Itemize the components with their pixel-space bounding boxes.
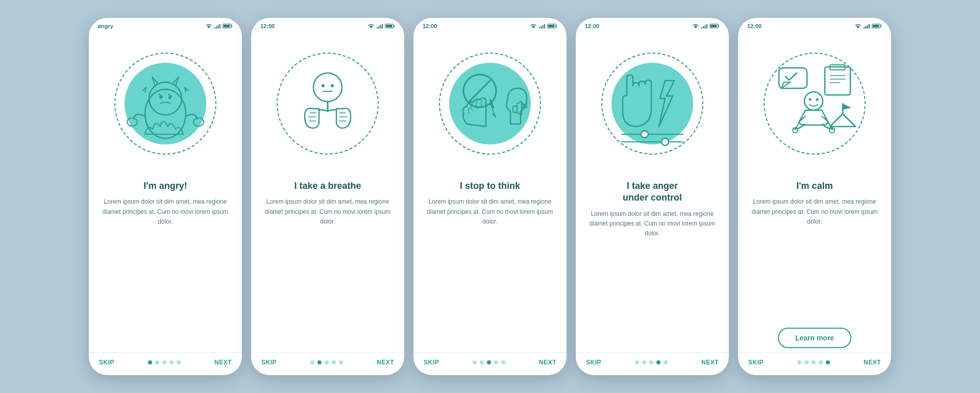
svg-rect-34: [544, 24, 545, 29]
screen-angry: angry: [89, 18, 242, 375]
screen-body-1: Lorem ipsum dolor sit dim amet, mea regi…: [101, 197, 230, 352]
wifi-icon-4: [692, 23, 699, 29]
bottom-nav-5: SKIP NEXT: [738, 352, 891, 375]
illustration-area-3: [413, 32, 567, 175]
svg-rect-31: [539, 27, 540, 29]
control-illustration: [599, 53, 706, 155]
svg-rect-19: [386, 25, 393, 28]
content-area-5: I'm calm Lorem ipsum dolor sit dim amet,…: [738, 175, 891, 352]
screen-title-5: I'm calm: [750, 180, 879, 192]
svg-point-11: [168, 96, 172, 99]
dot-5-4: [819, 360, 823, 364]
next-label-2[interactable]: NEXT: [377, 359, 394, 366]
status-bar-5: 12:00: [738, 18, 891, 32]
svg-rect-45: [706, 24, 707, 29]
status-bar-3: 12:00: [413, 18, 567, 32]
svg-rect-33: [543, 25, 544, 29]
dot-4-4: [656, 360, 660, 364]
dots-1: [148, 360, 181, 364]
skip-label-5[interactable]: SKIP: [748, 359, 764, 366]
time-3: 12:00: [423, 23, 437, 29]
dot-1-3: [162, 360, 166, 364]
dots-2: [310, 360, 343, 364]
dot-2-2: [317, 360, 322, 364]
signal-icon: [214, 23, 220, 29]
dot-4-2: [642, 360, 646, 364]
svg-rect-2: [218, 25, 219, 29]
dot-3-3: [487, 360, 491, 364]
wifi-icon-2: [368, 23, 375, 29]
status-bar-1: angry: [89, 18, 242, 32]
svg-rect-14: [377, 27, 378, 29]
battery-icon: [223, 23, 233, 29]
dot-2-4: [332, 360, 336, 364]
svg-rect-16: [380, 25, 381, 29]
svg-rect-17: [382, 24, 383, 29]
skip-label-1[interactable]: SKIP: [99, 359, 114, 366]
battery-icon-4: [709, 23, 720, 29]
calm-illustration: [764, 53, 866, 155]
time-1: angry: [98, 23, 113, 29]
status-bar-4: 12:00: [576, 18, 729, 32]
breathe-illustration: [277, 53, 379, 155]
battery-icon-3: [547, 23, 557, 29]
time-4: 12:00: [585, 23, 599, 29]
skip-label-2[interactable]: SKIP: [261, 359, 277, 366]
svg-rect-43: [703, 26, 704, 29]
screen-calm: 12:00: [738, 18, 891, 375]
screen-control: 12:00 I take anger under: [576, 18, 729, 375]
dot-5-2: [804, 360, 808, 364]
wifi-icon: [205, 23, 212, 29]
dot-1-4: [169, 360, 174, 364]
svg-point-21: [322, 84, 325, 87]
svg-point-22: [331, 84, 334, 87]
status-icons-3: [530, 23, 557, 29]
dot-4-1: [635, 360, 639, 364]
next-label-5[interactable]: NEXT: [864, 359, 881, 366]
screen-body-3: Lorem ipsum dolor sit dim amet, mea regi…: [426, 197, 554, 352]
skip-label-3[interactable]: SKIP: [424, 359, 439, 366]
learn-more-button[interactable]: Learn more: [778, 328, 851, 348]
bottom-nav-2: SKIP NEXT: [251, 352, 404, 375]
screen-body-2: Lorem ipsum dolor sit dim amet, mea regi…: [263, 197, 392, 352]
svg-rect-47: [710, 25, 717, 28]
wifi-icon-5: [854, 23, 862, 29]
svg-point-7: [149, 82, 182, 115]
svg-point-10: [159, 96, 162, 99]
dot-2-1: [310, 360, 314, 364]
dot-5-5: [826, 360, 830, 364]
illustration-area-5: [738, 32, 891, 175]
dot-5-3: [812, 360, 816, 364]
wifi-icon-3: [530, 23, 537, 29]
dots-4: [635, 360, 668, 364]
content-area-1: I'm angry! Lorem ipsum dolor sit dim ame…: [89, 175, 242, 352]
next-label-1[interactable]: NEXT: [214, 359, 232, 366]
svg-point-13: [193, 118, 204, 126]
dot-4-5: [664, 360, 668, 364]
bottom-nav-4: SKIP NEXT: [576, 352, 729, 375]
skip-label-4[interactable]: SKIP: [586, 359, 601, 366]
next-label-4[interactable]: NEXT: [701, 359, 719, 366]
dot-5-1: [797, 360, 801, 364]
illustration-area-2: [251, 32, 404, 175]
battery-icon-5: [872, 23, 882, 29]
status-icons-2: [368, 23, 395, 29]
screen-title-3: I stop to think: [426, 180, 554, 192]
time-2: 12:00: [260, 23, 275, 29]
dot-2-3: [325, 360, 329, 364]
svg-point-12: [127, 118, 137, 126]
svg-rect-39: [513, 106, 517, 112]
svg-point-6: [145, 89, 186, 138]
dots-5: [797, 360, 830, 364]
svg-rect-44: [705, 25, 706, 29]
screens-container: angry: [89, 18, 891, 375]
content-area-3: I stop to think Lorem ipsum dolor sit di…: [413, 175, 567, 352]
svg-rect-1: [216, 26, 217, 29]
screen-breathe: 12:00: [251, 18, 404, 375]
signal-icon-4: [701, 23, 707, 29]
svg-rect-53: [865, 26, 866, 29]
status-bar-2: 12:00: [251, 18, 404, 32]
angry-illustration: [114, 53, 216, 155]
time-5: 12:00: [747, 23, 762, 29]
next-label-3[interactable]: NEXT: [539, 359, 556, 366]
